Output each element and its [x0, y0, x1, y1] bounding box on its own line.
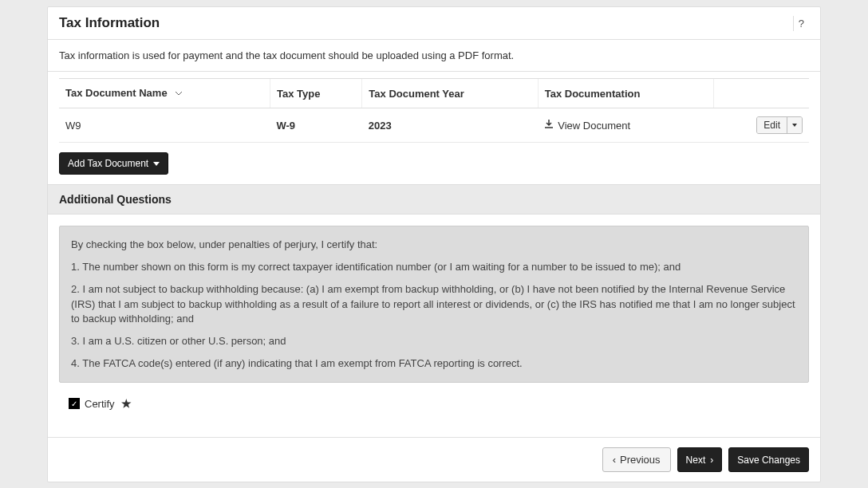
certify-item-2: 2. I am not subject to backup withholdin…: [71, 282, 797, 326]
col-actions: [714, 79, 809, 108]
tax-documents-table: Tax Document Name Tax Type Tax Document …: [48, 78, 820, 143]
info-text: Tax information is used for payment and …: [48, 40, 820, 72]
cell-tax-type: W-9: [270, 108, 361, 143]
caret-down-icon: [792, 124, 797, 127]
next-label: Next: [686, 455, 706, 466]
download-icon: [544, 120, 554, 132]
certify-item-1: 1. The number shown on this form is my c…: [71, 260, 797, 274]
edit-button[interactable]: Edit: [757, 117, 787, 133]
save-changes-label: Save Changes: [737, 455, 800, 466]
view-document-label: View Document: [558, 120, 630, 132]
card-header: Tax Information ?: [48, 7, 820, 40]
certify-item-4: 4. The FATCA code(s) entered (if any) in…: [71, 356, 797, 371]
table-header-row: Tax Document Name Tax Type Tax Document …: [59, 79, 809, 108]
next-button[interactable]: Next ›: [677, 447, 723, 472]
card-footer: ‹ Previous Next › Save Changes: [48, 437, 820, 482]
card-body: Tax information is used for payment and …: [48, 40, 820, 482]
cell-document-year: 2023: [362, 108, 538, 143]
card-title: Tax Information: [59, 15, 160, 31]
cell-document-name: W9: [59, 108, 270, 143]
edit-dropdown-button[interactable]: [787, 117, 802, 133]
table-row: W9 W-9 2023 View Document: [59, 108, 809, 143]
col-document-year-label: Tax Document Year: [369, 88, 464, 100]
add-tax-document-button[interactable]: Add Tax Document: [59, 152, 168, 175]
help-icon[interactable]: ?: [793, 16, 809, 31]
page-footer: Powered by JAGGAER | Privacy Policy: [0, 482, 868, 488]
view-document-link[interactable]: View Document: [544, 120, 630, 132]
previous-button[interactable]: ‹ Previous: [602, 447, 671, 472]
edit-button-group: Edit: [756, 116, 803, 134]
add-button-row: Add Tax Document: [48, 143, 820, 184]
certify-intro: By checking the box below, under penalti…: [71, 238, 797, 252]
required-star-icon: ★: [121, 397, 132, 410]
sort-icon: [175, 88, 183, 100]
chevron-right-icon: ›: [710, 455, 713, 466]
col-documentation[interactable]: Tax Documentation: [538, 79, 714, 108]
col-document-name-label: Tax Document Name: [65, 87, 168, 99]
additional-questions-header: Additional Questions: [48, 184, 820, 214]
chevron-left-icon: ‹: [613, 454, 616, 466]
col-tax-type[interactable]: Tax Type: [270, 79, 361, 108]
certify-row: ✓ Certify ★: [48, 394, 820, 421]
save-changes-button[interactable]: Save Changes: [728, 447, 809, 472]
col-document-year[interactable]: Tax Document Year: [362, 79, 538, 108]
add-tax-document-label: Add Tax Document: [68, 158, 148, 169]
certify-item-3: 3. I am a U.S. citizen or other U.S. per…: [71, 334, 797, 348]
col-documentation-label: Tax Documentation: [545, 88, 641, 100]
col-tax-type-label: Tax Type: [277, 88, 320, 100]
cell-documentation: View Document: [538, 108, 714, 143]
certification-panel: By checking the box below, under penalti…: [59, 226, 809, 383]
caret-down-icon: [153, 162, 160, 166]
col-document-name[interactable]: Tax Document Name: [59, 79, 270, 108]
previous-label: Previous: [620, 454, 661, 466]
certify-label: Certify: [85, 398, 115, 410]
certify-checkbox[interactable]: ✓: [69, 398, 80, 409]
cell-actions: Edit: [714, 108, 809, 143]
tax-info-card: Tax Information ? Tax information is use…: [47, 6, 821, 482]
